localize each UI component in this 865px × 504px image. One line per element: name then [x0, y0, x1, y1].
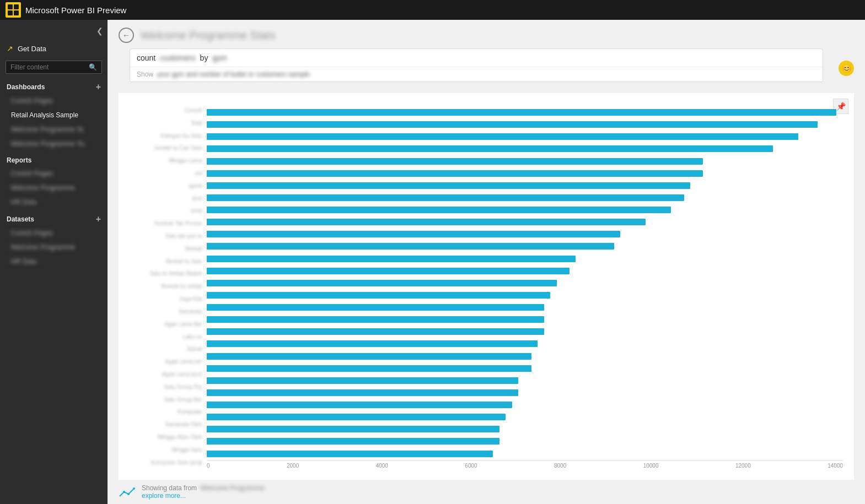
chart-label-0: Contoh — [130, 107, 202, 113]
chart-y-labels: ContohTotalKategori Ku SatuJumlah tu Car… — [130, 104, 207, 469]
chart-bar-row-24 — [207, 401, 843, 409]
add-dashboard-button[interactable]: + — [96, 83, 101, 91]
chart-label-8: inmit — [130, 208, 202, 214]
chart-label-28: Kumpulan Satu pergi — [130, 459, 202, 465]
sidebar-search-input[interactable] — [10, 63, 85, 71]
showing-data-footer: Showing data from Welcome Programme expl… — [108, 480, 865, 504]
chart-bar-2 — [207, 133, 798, 140]
chart-bar-row-5 — [207, 170, 843, 177]
chart-bar-row-23 — [207, 389, 843, 397]
chart-bar-row-28 — [207, 450, 843, 458]
search-icon: 🔍 — [89, 63, 97, 71]
chart-bar-row-20 — [207, 353, 843, 360]
sidebar-item-dashboard-4[interactable]: Welcome Programme Yo. — [0, 137, 108, 151]
chart-bar-7 — [207, 194, 684, 201]
get-data-button[interactable]: ↗ Get Data — [0, 40, 108, 57]
chart-bar-14 — [207, 280, 557, 286]
sidebar-item-dataset-2[interactable]: Welcome Programme — [0, 240, 108, 254]
chart-bar-21 — [207, 365, 531, 372]
chart-label-20: Agak Lama ker — [130, 359, 202, 365]
explore-more-link[interactable]: explore more... — [142, 492, 186, 500]
collapse-icon[interactable]: ❮ — [96, 26, 103, 35]
chart-bar-row-9 — [207, 218, 843, 226]
chart-label-25: Samarata Oleh — [130, 421, 202, 427]
qa-by-keyword: by — [200, 53, 208, 62]
chart-bar-4 — [207, 158, 703, 165]
datasets-section-header: Datasets + — [0, 209, 108, 226]
chart-bar-9 — [207, 219, 646, 225]
chart-bar-11 — [207, 243, 614, 250]
get-data-arrow-icon: ↗ — [7, 44, 13, 53]
chart-bar-row-21 — [207, 365, 843, 372]
chart-label-22: Satu Group Prp — [130, 384, 202, 390]
showing-data-source: Welcome Programme — [198, 484, 266, 492]
chart-bar-row-17 — [207, 316, 843, 323]
sidebar-item-report-1[interactable]: Contoh Pages — [0, 166, 108, 181]
chart-bar-row-14 — [207, 279, 843, 287]
chart-label-14: Berkait ku setiap — [130, 283, 202, 289]
chart-bar-row-16 — [207, 304, 843, 311]
x-axis-label-4: 8000 — [554, 463, 566, 469]
chart-bar-row-3 — [207, 145, 843, 153]
chart-label-2: Kategori Ku Satu — [130, 133, 202, 139]
sidebar-item-dataset-1[interactable]: Contoh Pages — [0, 226, 108, 240]
chart-label-6: apmit — [130, 183, 202, 189]
qa-subject1: customers — [158, 53, 197, 62]
chart-area: 📌 ContohTotalKategori Ku SatuJumlah tu C… — [119, 93, 854, 480]
chart-bar-3 — [207, 145, 773, 152]
chart-label-13: Satu tu Setiap Malam — [130, 270, 202, 277]
chart-bar-28 — [207, 451, 493, 457]
chart-label-12: Berkait tu Satu — [130, 258, 202, 264]
chart-bar-8 — [207, 207, 671, 213]
reports-label: Reports — [7, 156, 31, 164]
sidebar-item-retail-analysis[interactable]: Retail Analysis Sample — [0, 108, 108, 122]
chart-bar-18 — [207, 328, 544, 335]
chart-label-5: unt — [130, 170, 202, 176]
chart-label-7: itmit — [130, 196, 202, 202]
back-icon: ← — [122, 31, 130, 40]
sidebar-item-report-3[interactable]: HR Data — [0, 195, 108, 209]
chart-bar-row-13 — [207, 267, 843, 275]
sidebar-item-dashboard-3[interactable]: Welcome Programme St. — [0, 122, 108, 137]
qa-input-line: count customers by gym — [130, 49, 823, 67]
sidebar-search-box[interactable]: 🔍 — [6, 61, 102, 74]
sidebar-item-dashboard-1[interactable]: Contoh Pages — [0, 94, 108, 108]
chart-label-26: Minggu Baru Oleh — [130, 434, 202, 440]
add-dataset-button[interactable]: + — [96, 215, 101, 224]
chart-bar-row-2 — [207, 133, 843, 140]
chart-bar-24 — [207, 402, 512, 408]
chart-bar-0 — [207, 109, 836, 116]
chart-label-21: Agak Lama ker2 — [130, 371, 202, 377]
chart-bar-26 — [207, 426, 499, 432]
x-axis-label-2: 4000 — [376, 463, 388, 469]
chart-bar-23 — [207, 389, 518, 396]
chart-x-labels: 02000400060008000100001200014000 — [207, 460, 843, 469]
chart-label-23: Satu Group Ber — [130, 397, 202, 403]
chart-label-11: Berkait — [130, 246, 202, 252]
chart-label-10: Satu tak pun tu — [130, 233, 202, 239]
chart-label-24: Kumpulan — [130, 409, 202, 415]
chart-bar-16 — [207, 304, 544, 311]
qa-count-keyword: count — [137, 53, 155, 62]
chart-bar-22 — [207, 377, 518, 384]
chart-bar-10 — [207, 231, 620, 237]
qa-hint: Show your gym and number of bullet or cu… — [130, 67, 823, 82]
chart-label-19: Jadual — [130, 346, 202, 352]
chart-bar-17 — [207, 316, 544, 323]
chart-bar-5 — [207, 170, 703, 177]
chart-label-15: Juga Kita — [130, 296, 202, 302]
chart-bar-6 — [207, 182, 690, 189]
qa-emoji-icon: 😊 — [839, 61, 854, 76]
sidebar: ❮ ↗ Get Data 🔍 Dashboards + Contoh Pages… — [0, 20, 108, 504]
svg-point-2 — [133, 487, 135, 490]
chart-label-27: Minggu baru — [130, 447, 202, 453]
qa-box[interactable]: count customers by gym Show your gym and… — [130, 48, 823, 82]
showing-data-label: Showing data from — [142, 484, 197, 492]
sidebar-collapse[interactable]: ❮ — [0, 24, 108, 40]
app-title: Microsoft Power BI Preview — [25, 6, 126, 15]
back-button[interactable]: ← — [119, 28, 134, 43]
content-area: ← Welcome Programme Stats count customer… — [108, 20, 865, 504]
sidebar-item-report-2[interactable]: Welcome Programme — [0, 181, 108, 195]
sidebar-item-dataset-3[interactable]: HR Data — [0, 254, 108, 269]
chart-bar-row-1 — [207, 121, 843, 128]
